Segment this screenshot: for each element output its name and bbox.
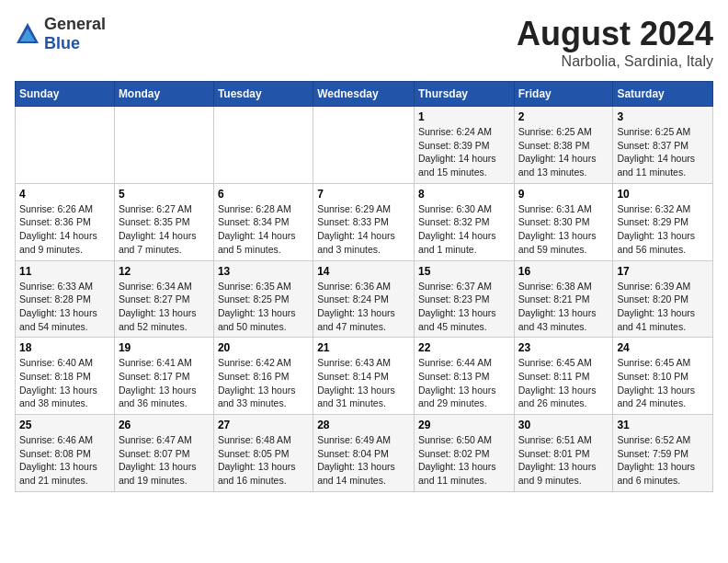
day-info: Sunrise: 6:28 AMSunset: 8:34 PMDaylight:… — [218, 202, 309, 257]
day-number: 7 — [317, 188, 410, 201]
day-number: 22 — [418, 341, 510, 354]
day-number: 8 — [418, 188, 510, 201]
day-info: Sunrise: 6:25 AMSunset: 8:38 PMDaylight:… — [518, 125, 609, 179]
calendar-cell: 10Sunrise: 6:32 AMSunset: 8:29 PMDayligh… — [613, 183, 713, 260]
day-number: 13 — [218, 265, 309, 278]
day-number: 4 — [19, 188, 110, 201]
day-info: Sunrise: 6:31 AMSunset: 8:30 PMDaylight:… — [518, 202, 609, 257]
calendar-cell: 6Sunrise: 6:28 AMSunset: 8:34 PMDaylight… — [213, 183, 313, 260]
calendar-cell: 13Sunrise: 6:35 AMSunset: 8:25 PMDayligh… — [213, 260, 313, 338]
calendar-cell: 5Sunrise: 6:27 AMSunset: 8:35 PMDaylight… — [114, 183, 213, 260]
calendar-subtitle: Narbolia, Sardinia, Italy — [517, 53, 713, 70]
calendar-cell: 22Sunrise: 6:44 AMSunset: 8:13 PMDayligh… — [414, 338, 514, 415]
weekday-header: Monday — [114, 82, 213, 107]
day-info: Sunrise: 6:47 AMSunset: 8:07 PMDaylight:… — [119, 433, 210, 488]
day-info: Sunrise: 6:46 AMSunset: 8:08 PMDaylight:… — [19, 433, 110, 488]
logo-blue: Blue — [44, 34, 80, 52]
day-number: 10 — [617, 188, 709, 201]
logo: General Blue — [15, 15, 106, 53]
calendar-cell: 12Sunrise: 6:34 AMSunset: 8:27 PMDayligh… — [114, 260, 213, 338]
day-number: 17 — [617, 265, 709, 278]
day-number: 9 — [518, 188, 609, 201]
title-block: August 2024 Narbolia, Sardinia, Italy — [517, 15, 713, 70]
day-number: 14 — [317, 265, 410, 278]
day-info: Sunrise: 6:45 AMSunset: 8:10 PMDaylight:… — [617, 356, 709, 410]
day-number: 16 — [518, 265, 609, 278]
day-info: Sunrise: 6:51 AMSunset: 8:01 PMDaylight:… — [518, 433, 609, 488]
day-info: Sunrise: 6:27 AMSunset: 8:35 PMDaylight:… — [119, 202, 210, 257]
weekday-header: Saturday — [613, 82, 713, 107]
calendar-cell: 19Sunrise: 6:41 AMSunset: 8:17 PMDayligh… — [114, 338, 213, 415]
calendar-cell: 16Sunrise: 6:38 AMSunset: 8:21 PMDayligh… — [514, 260, 613, 338]
day-info: Sunrise: 6:26 AMSunset: 8:36 PMDaylight:… — [19, 202, 110, 257]
calendar-week-row: 4Sunrise: 6:26 AMSunset: 8:36 PMDaylight… — [16, 183, 713, 260]
day-number: 19 — [119, 341, 210, 354]
day-number: 21 — [317, 341, 410, 354]
calendar-cell: 18Sunrise: 6:40 AMSunset: 8:18 PMDayligh… — [16, 338, 115, 415]
day-info: Sunrise: 6:34 AMSunset: 8:27 PMDaylight:… — [119, 280, 210, 334]
day-number: 18 — [19, 341, 110, 354]
calendar-week-row: 18Sunrise: 6:40 AMSunset: 8:18 PMDayligh… — [16, 338, 713, 415]
day-info: Sunrise: 6:37 AMSunset: 8:23 PMDaylight:… — [418, 280, 510, 334]
day-info: Sunrise: 6:43 AMSunset: 8:14 PMDaylight:… — [317, 356, 410, 410]
day-info: Sunrise: 6:30 AMSunset: 8:32 PMDaylight:… — [418, 202, 510, 257]
day-info: Sunrise: 6:24 AMSunset: 8:39 PMDaylight:… — [418, 125, 510, 179]
day-number: 28 — [317, 419, 410, 431]
calendar-cell: 2Sunrise: 6:25 AMSunset: 8:38 PMDaylight… — [514, 107, 613, 184]
calendar-week-row: 11Sunrise: 6:33 AMSunset: 8:28 PMDayligh… — [16, 260, 713, 338]
weekday-header: Tuesday — [213, 82, 313, 107]
calendar-cell — [16, 107, 115, 184]
weekday-header: Thursday — [414, 82, 514, 107]
calendar-week-row: 1Sunrise: 6:24 AMSunset: 8:39 PMDaylight… — [16, 107, 713, 184]
day-number: 1 — [418, 110, 510, 123]
logo-icon — [15, 21, 40, 47]
calendar-cell: 7Sunrise: 6:29 AMSunset: 8:33 PMDaylight… — [313, 183, 415, 260]
calendar-cell: 27Sunrise: 6:48 AMSunset: 8:05 PMDayligh… — [213, 415, 313, 492]
calendar-cell: 4Sunrise: 6:26 AMSunset: 8:36 PMDaylight… — [16, 183, 115, 260]
day-number: 27 — [218, 419, 309, 431]
weekday-header-row: SundayMondayTuesdayWednesdayThursdayFrid… — [16, 82, 713, 107]
day-info: Sunrise: 6:41 AMSunset: 8:17 PMDaylight:… — [119, 356, 210, 410]
calendar-cell: 17Sunrise: 6:39 AMSunset: 8:20 PMDayligh… — [613, 260, 713, 338]
weekday-header: Friday — [514, 82, 613, 107]
day-info: Sunrise: 6:48 AMSunset: 8:05 PMDaylight:… — [218, 433, 309, 488]
day-info: Sunrise: 6:49 AMSunset: 8:04 PMDaylight:… — [317, 433, 410, 488]
day-info: Sunrise: 6:40 AMSunset: 8:18 PMDaylight:… — [19, 356, 110, 410]
weekday-header: Wednesday — [313, 82, 415, 107]
day-info: Sunrise: 6:44 AMSunset: 8:13 PMDaylight:… — [418, 356, 510, 410]
day-number: 24 — [617, 341, 709, 354]
calendar-cell: 30Sunrise: 6:51 AMSunset: 8:01 PMDayligh… — [514, 415, 613, 492]
day-number: 29 — [418, 419, 510, 431]
calendar-cell: 21Sunrise: 6:43 AMSunset: 8:14 PMDayligh… — [313, 338, 415, 415]
header: General Blue August 2024 Narbolia, Sardi… — [15, 15, 713, 70]
calendar-title: August 2024 — [517, 15, 713, 53]
day-number: 31 — [617, 419, 709, 431]
day-info: Sunrise: 6:33 AMSunset: 8:28 PMDaylight:… — [19, 280, 110, 334]
calendar-cell: 29Sunrise: 6:50 AMSunset: 8:02 PMDayligh… — [414, 415, 514, 492]
day-info: Sunrise: 6:32 AMSunset: 8:29 PMDaylight:… — [617, 202, 709, 257]
day-number: 5 — [119, 188, 210, 201]
calendar-cell: 9Sunrise: 6:31 AMSunset: 8:30 PMDaylight… — [514, 183, 613, 260]
calendar-cell: 23Sunrise: 6:45 AMSunset: 8:11 PMDayligh… — [514, 338, 613, 415]
calendar-cell: 24Sunrise: 6:45 AMSunset: 8:10 PMDayligh… — [613, 338, 713, 415]
calendar-cell: 26Sunrise: 6:47 AMSunset: 8:07 PMDayligh… — [114, 415, 213, 492]
day-number: 3 — [617, 110, 709, 123]
calendar-cell: 20Sunrise: 6:42 AMSunset: 8:16 PMDayligh… — [213, 338, 313, 415]
calendar-cell: 3Sunrise: 6:25 AMSunset: 8:37 PMDaylight… — [613, 107, 713, 184]
day-number: 15 — [418, 265, 510, 278]
day-number: 6 — [218, 188, 309, 201]
day-info: Sunrise: 6:39 AMSunset: 8:20 PMDaylight:… — [617, 280, 709, 334]
day-info: Sunrise: 6:29 AMSunset: 8:33 PMDaylight:… — [317, 202, 410, 257]
day-info: Sunrise: 6:35 AMSunset: 8:25 PMDaylight:… — [218, 280, 309, 334]
day-number: 2 — [518, 110, 609, 123]
day-info: Sunrise: 6:25 AMSunset: 8:37 PMDaylight:… — [617, 125, 709, 179]
day-info: Sunrise: 6:50 AMSunset: 8:02 PMDaylight:… — [418, 433, 510, 488]
calendar-cell — [313, 107, 415, 184]
day-number: 25 — [19, 419, 110, 431]
day-info: Sunrise: 6:45 AMSunset: 8:11 PMDaylight:… — [518, 356, 609, 410]
calendar-cell — [213, 107, 313, 184]
day-info: Sunrise: 6:36 AMSunset: 8:24 PMDaylight:… — [317, 280, 410, 334]
day-number: 26 — [119, 419, 210, 431]
logo-general: General — [44, 15, 106, 33]
day-number: 11 — [19, 265, 110, 278]
